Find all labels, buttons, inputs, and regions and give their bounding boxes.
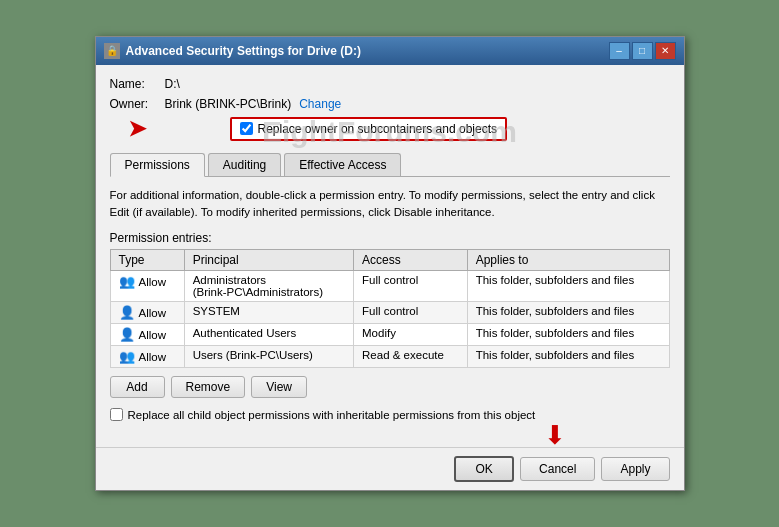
cell-access: Full control <box>354 302 468 324</box>
add-button[interactable]: Add <box>110 376 165 398</box>
window-icon: 🔒 <box>104 43 120 59</box>
tab-permissions[interactable]: Permissions <box>110 153 205 177</box>
table-row[interactable]: 👥AllowUsers (Brink-PC\Users)Read & execu… <box>110 346 669 368</box>
user-icon: 👤 <box>119 327 135 342</box>
maximize-button[interactable]: □ <box>632 42 653 60</box>
red-arrow-icon: ➤ <box>128 116 146 142</box>
owner-row: Owner: Brink (BRINK-PC\Brink) Change <box>110 97 670 111</box>
main-window: 🔒 Advanced Security Settings for Drive (… <box>95 36 685 492</box>
footer: ⬇ OK Cancel Apply <box>96 447 684 490</box>
name-label: Name: <box>110 77 165 91</box>
close-button[interactable]: ✕ <box>655 42 676 60</box>
dialog-content: Name: D:\ Owner: Brink (BRINK-PC\Brink) … <box>96 65 684 448</box>
name-value: D:\ <box>165 77 180 91</box>
tabs-bar: Permissions Auditing Effective Access <box>110 153 670 177</box>
cell-principal: Users (Brink-PC\Users) <box>184 346 353 368</box>
info-text: For additional information, double-click… <box>110 187 670 222</box>
title-bar-buttons: – □ ✕ <box>609 42 676 60</box>
cell-principal: SYSTEM <box>184 302 353 324</box>
cell-applies-to: This folder, subfolders and files <box>467 346 669 368</box>
view-button[interactable]: View <box>251 376 307 398</box>
apply-button[interactable]: Apply <box>601 457 669 481</box>
cell-type: 👤Allow <box>110 324 184 346</box>
cell-applies-to: This folder, subfolders and files <box>467 271 669 302</box>
cell-type: 👥Allow <box>110 346 184 368</box>
change-link[interactable]: Change <box>299 97 341 111</box>
cell-principal: Administrators(Brink-PC\Administrators) <box>184 271 353 302</box>
replace-owner-label: Replace owner on subcontainers and objec… <box>258 122 497 136</box>
cell-type: 👥Allow <box>110 271 184 302</box>
tab-auditing[interactable]: Auditing <box>208 153 281 176</box>
ok-button[interactable]: OK <box>454 456 514 482</box>
tab-effective-access[interactable]: Effective Access <box>284 153 401 176</box>
replace-owner-checkbox-row: Replace owner on subcontainers and objec… <box>230 117 507 141</box>
cell-principal: Authenticated Users <box>184 324 353 346</box>
col-principal: Principal <box>184 250 353 271</box>
cell-access: Read & execute <box>354 346 468 368</box>
window-title: Advanced Security Settings for Drive (D:… <box>126 44 361 58</box>
down-arrow-icon: ⬇ <box>544 420 566 451</box>
replace-owner-checkbox[interactable] <box>240 122 253 135</box>
replace-all-checkbox[interactable] <box>110 408 123 421</box>
table-action-buttons: Add Remove View <box>110 376 670 398</box>
minimize-button[interactable]: – <box>609 42 630 60</box>
table-row[interactable]: 👤AllowSYSTEMFull controlThis folder, sub… <box>110 302 669 324</box>
user-icon: 👤 <box>119 305 135 320</box>
col-type: Type <box>110 250 184 271</box>
table-row[interactable]: 👥AllowAdministrators(Brink-PC\Administra… <box>110 271 669 302</box>
owner-label: Owner: <box>110 97 165 111</box>
cell-access: Full control <box>354 271 468 302</box>
remove-button[interactable]: Remove <box>171 376 246 398</box>
user-icon: 👥 <box>119 349 135 364</box>
owner-value: Brink (BRINK-PC\Brink) <box>165 97 292 111</box>
user-icon: 👥 <box>119 274 135 289</box>
cancel-button[interactable]: Cancel <box>520 457 595 481</box>
replace-all-label: Replace all child object permissions wit… <box>128 409 536 421</box>
cell-access: Modify <box>354 324 468 346</box>
table-row[interactable]: 👤AllowAuthenticated UsersModifyThis fold… <box>110 324 669 346</box>
replace-all-checkbox-row: Replace all child object permissions wit… <box>110 408 670 421</box>
title-bar: 🔒 Advanced Security Settings for Drive (… <box>96 37 684 65</box>
cell-type: 👤Allow <box>110 302 184 324</box>
col-access: Access <box>354 250 468 271</box>
permission-entries-label: Permission entries: <box>110 231 670 245</box>
permissions-table: Type Principal Access Applies to 👥AllowA… <box>110 249 670 368</box>
title-bar-left: 🔒 Advanced Security Settings for Drive (… <box>104 43 361 59</box>
name-row: Name: D:\ <box>110 77 670 91</box>
cell-applies-to: This folder, subfolders and files <box>467 302 669 324</box>
col-applies-to: Applies to <box>467 250 669 271</box>
cell-applies-to: This folder, subfolders and files <box>467 324 669 346</box>
